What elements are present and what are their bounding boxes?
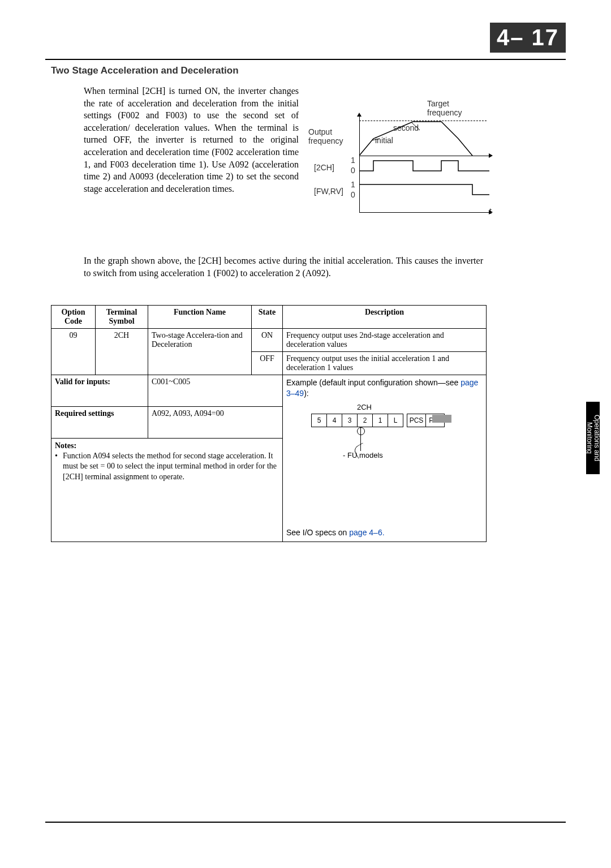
terminal-2ch-label: 2CH [357, 402, 372, 412]
io-pre: See I/O specs on [286, 528, 349, 537]
section-title: Two Stage Acceleration and Deceleration [51, 65, 239, 76]
th-symbol: Terminal Symbol [96, 306, 148, 329]
notes-title: Notes: [55, 441, 76, 450]
label-2ch: [2CH] [314, 163, 334, 172]
terminal-1: 1 [372, 414, 388, 427]
cell-valid-value: C001~C005 [148, 375, 283, 407]
cell-req-value: A092, A093, A094=00 [148, 406, 283, 438]
label-target-frequency: Target frequency [427, 99, 472, 117]
terminal-PCS: PCS [407, 414, 426, 427]
jumper-icon [432, 415, 451, 423]
label-output-frequency: Output frequency [308, 127, 354, 145]
level-0a: 0 [351, 166, 355, 175]
terminal-row: 5 4 3 2 1 L PCS P24 [312, 414, 445, 427]
wire-icon [360, 434, 361, 451]
label-fwrv: [FW,RV] [314, 187, 343, 196]
level-1b: 1 [351, 180, 355, 189]
wave-2ch [359, 157, 489, 173]
footer-rule [45, 822, 566, 823]
screw-icon [357, 427, 365, 435]
cell-example: Example (default input configuration sho… [283, 375, 487, 542]
time-axis [359, 212, 489, 213]
th-option: Option Code [51, 306, 96, 329]
cell-valid-label: Valid for inputs: [51, 375, 148, 407]
th-state: State [252, 306, 283, 329]
header-rule [45, 59, 566, 60]
example-post: ): [304, 389, 309, 398]
example-pre: Example (default input configuration sho… [286, 378, 461, 387]
svg-line-1 [411, 122, 420, 130]
th-desc: Description [283, 306, 487, 329]
freq-curve [359, 116, 489, 158]
cell-func: Two-stage Accelera-tion and Deceleration [148, 329, 252, 375]
terminal-5: 5 [311, 414, 327, 427]
cell-state-off: OFF [252, 352, 283, 375]
th-func: Function Name [148, 306, 252, 329]
cell-req-label: Required settings [51, 406, 148, 438]
page-number-box: 4– 17 [490, 23, 566, 53]
side-tab: Operations and Monitoring [586, 402, 600, 474]
terminal-block: 2CH 5 4 3 2 1 L PCS P24 - [286, 402, 483, 482]
function-table: Option Code Terminal Symbol Function Nam… [51, 305, 487, 542]
freq-baseline [359, 156, 489, 156]
cell-notes: Notes: • Function A094 selects the metho… [51, 438, 283, 542]
timing-diagram: Output frequency Target frequency initia… [314, 85, 501, 226]
link-page-4-6[interactable]: page 4–6. [349, 528, 384, 537]
cell-desc-on: Frequency output uses 2nd-stage accelera… [283, 329, 487, 352]
notes-bullet: Function A094 selects the method for sec… [63, 451, 279, 482]
cell-state-on: ON [252, 329, 283, 352]
io-specs-line: See I/O specs on page 4–6. [286, 527, 385, 538]
terminal-3: 3 [342, 414, 358, 427]
paragraph-1: When terminal [2CH] is turned ON, the in… [84, 85, 299, 195]
level-1a: 1 [351, 156, 355, 165]
level-0b: 0 [351, 190, 355, 199]
paragraph-2: In the graph shown above, the [2CH] beco… [84, 255, 483, 279]
fu-models-label: - FU models [343, 450, 383, 461]
cell-desc-off: Frequency output uses the initial accele… [283, 352, 487, 375]
terminal-2: 2 [357, 414, 373, 427]
terminal-4: 4 [326, 414, 342, 427]
cell-symbol: 2CH [96, 329, 148, 375]
cell-option: 09 [51, 329, 96, 375]
wave-fwrv [359, 181, 489, 197]
terminal-L: L [388, 414, 403, 427]
